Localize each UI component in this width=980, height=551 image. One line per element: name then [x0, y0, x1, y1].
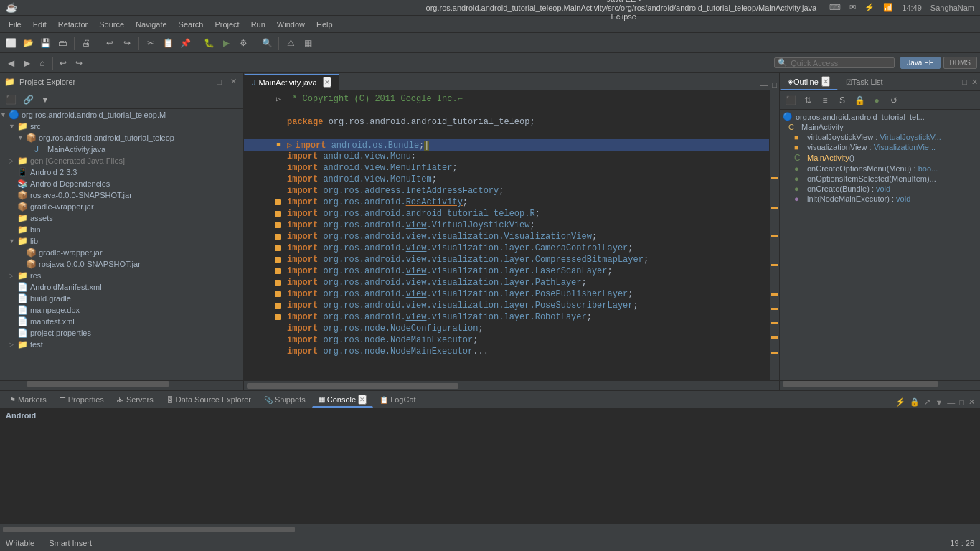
menu-help[interactable]: Help: [311, 16, 339, 32]
console-clear-btn[interactable]: ⚡: [893, 397, 908, 408]
editor-tab-close[interactable]: ✕: [323, 77, 331, 88]
left-hscroll-thumb[interactable]: [27, 381, 169, 387]
code-area[interactable]: ▷ * Copyright (C) 2011 Google Inc.⌐ pack…: [244, 90, 769, 380]
outline-sync-btn[interactable]: ↺: [886, 93, 902, 108]
tree-item-build-gradle[interactable]: 📄 build.gradle: [0, 293, 243, 304]
editor-hscroll[interactable]: [244, 380, 779, 390]
ext-run-btn[interactable]: ⚙: [235, 35, 251, 51]
tree-item-src[interactable]: ▼ 📁 src: [0, 121, 243, 132]
outline-item-init[interactable]: ● init(NodeMainExecutor) : void: [780, 194, 980, 204]
outline-item-class[interactable]: C MainActivity: [780, 122, 980, 132]
tree-arrow-res[interactable]: ▷: [9, 272, 17, 279]
outline-hide-fields-btn[interactable]: ≡: [817, 93, 833, 108]
menu-run[interactable]: Run: [245, 16, 271, 32]
outline-maximize[interactable]: □: [960, 73, 969, 90]
debug-btn[interactable]: 🐛: [201, 35, 217, 51]
console-menu-btn[interactable]: ▼: [933, 397, 945, 408]
outline-tab-close[interactable]: ✕: [821, 76, 830, 87]
tree-arrow-project[interactable]: ▼: [0, 111, 9, 118]
outline-minimize[interactable]: —: [948, 73, 960, 90]
tree-item-bin[interactable]: 📁 bin: [0, 224, 243, 235]
tree-item-lib-gradle[interactable]: 📦 gradle-wrapper.jar: [0, 247, 243, 258]
menu-project[interactable]: Project: [209, 16, 245, 32]
tab-datasource[interactable]: 🗄 Data Source Explorer: [160, 392, 258, 408]
outline-close[interactable]: ✕: [969, 73, 980, 90]
outline-item-onoptionsitem[interactable]: ● onOptionsItemSelected(MenuItem)...: [780, 174, 980, 184]
editor-hscroll-track[interactable]: [247, 383, 776, 389]
code-vscroll[interactable]: [769, 90, 779, 380]
save-all-btn[interactable]: 🗃: [55, 35, 70, 51]
fold-marker-1[interactable]: ▷: [273, 95, 284, 103]
undo-btn[interactable]: ↩: [102, 35, 118, 51]
outline-green-dot-btn[interactable]: ●: [869, 93, 885, 108]
tree-item-android233[interactable]: 📱 Android 2.3.3: [0, 166, 243, 178]
menu-refactor[interactable]: Refactor: [52, 16, 94, 32]
menu-file[interactable]: File: [3, 16, 27, 32]
tree-item-project-props[interactable]: 📄 project.properties: [0, 327, 243, 339]
forward-btn[interactable]: ▶: [19, 55, 34, 71]
console-export-btn[interactable]: ↗: [922, 397, 933, 408]
tree-arrow-package[interactable]: ▼: [17, 134, 26, 141]
outline-hide-static-btn[interactable]: S: [834, 93, 850, 108]
tree-item-lib[interactable]: ▼ 📁 lib: [0, 235, 243, 247]
bottom-hscroll-track[interactable]: [3, 527, 977, 532]
tab-console[interactable]: ▦ Console ✕: [312, 392, 373, 408]
tab-properties[interactable]: ☰ Properties: [53, 392, 110, 408]
menu-source[interactable]: Source: [93, 16, 130, 32]
tree-item-android-deps[interactable]: 📚 Android Dependencies: [0, 178, 243, 189]
outline-hscroll-thumb[interactable]: [783, 381, 938, 387]
editor-hscroll-thumb[interactable]: [247, 383, 458, 389]
tab-task-list[interactable]: ☑ Task List: [838, 73, 891, 90]
tree-item-gradle-jar[interactable]: 📦 gradle-wrapper.jar: [0, 201, 243, 212]
redo-btn[interactable]: ↪: [119, 35, 135, 51]
tab-servers[interactable]: 🖧 Servers: [110, 392, 160, 408]
outline-hscroll[interactable]: [780, 380, 980, 390]
save-btn[interactable]: 💾: [37, 35, 53, 51]
outline-item-oncreatemenu[interactable]: ● onCreateOptionsMenu(Menu) : boo...: [780, 164, 980, 174]
tree-item-rosjava-jar[interactable]: 📦 rosjava-0.0.0-SNAPSHOT.jar: [0, 189, 243, 201]
outline-item-constructor[interactable]: C MainActivity(): [780, 152, 980, 164]
console-btn[interactable]: ▦: [300, 35, 316, 51]
outline-hide-nonpub-btn[interactable]: 🔒: [852, 93, 867, 108]
perspective-ddms[interactable]: DDMS: [943, 57, 977, 69]
project-explorer-minimize[interactable]: —: [198, 77, 210, 87]
tree-arrow-gen[interactable]: ▷: [9, 157, 17, 164]
cut-btn[interactable]: ✂: [143, 35, 159, 51]
left-hscroll[interactable]: [0, 380, 243, 390]
tree-item-res[interactable]: ▷ 📁 res: [0, 270, 243, 281]
new-btn[interactable]: ⬜: [3, 35, 19, 51]
open-btn[interactable]: 📂: [20, 35, 36, 51]
outline-sort-btn[interactable]: ⇅: [800, 93, 816, 108]
tab-markers[interactable]: ⚑ Markers: [3, 392, 53, 408]
tree-item-package[interactable]: ▼ 📦 org.ros.android.android_tutorial_tel…: [0, 132, 243, 143]
markers-btn[interactable]: ⚠: [283, 35, 298, 51]
menu-window[interactable]: Window: [271, 16, 311, 32]
menu-edit[interactable]: Edit: [27, 16, 52, 32]
tree-item-gen[interactable]: ▷ 📁 gen [Generated Java Files]: [0, 155, 243, 166]
collapse-all-btn[interactable]: ⬛: [3, 92, 19, 108]
console-tab-close[interactable]: ✕: [358, 395, 367, 405]
console-maximize-btn[interactable]: □: [957, 397, 966, 408]
run-btn[interactable]: ▶: [218, 35, 234, 51]
tree-item-manifest-xml[interactable]: 📄 manifest.xml: [0, 316, 243, 327]
outline-hscroll-track[interactable]: [783, 381, 977, 387]
console-scroll-lock-btn[interactable]: 🔒: [908, 397, 922, 408]
project-explorer-maximize[interactable]: □: [215, 77, 224, 87]
console-minimize-btn[interactable]: —: [945, 397, 957, 408]
tab-outline[interactable]: ◈ Outline ✕: [780, 73, 838, 90]
menu-search[interactable]: Search: [173, 16, 209, 32]
outline-item-oncreate[interactable]: ● onCreate(Bundle) : void: [780, 184, 980, 194]
copy-btn[interactable]: 📋: [160, 35, 176, 51]
tab-snippets[interactable]: 📎 Snippets: [258, 392, 312, 408]
back-btn[interactable]: ◀: [3, 55, 19, 71]
bottom-hscroll[interactable]: [0, 524, 980, 534]
console-close-btn[interactable]: ✕: [966, 397, 977, 408]
menu-navigate[interactable]: Navigate: [130, 16, 172, 32]
outline-collapse-btn[interactable]: ⬛: [783, 93, 798, 108]
project-explorer-close[interactable]: ✕: [228, 76, 239, 87]
tree-item-lib-rosjava[interactable]: 📦 rosjava-0.0.0-SNAPSHOT.jar: [0, 258, 243, 270]
outline-item-vjv[interactable]: ■ virtualJoystickView : VirtualJoystickV…: [780, 132, 980, 142]
editor-tab-mainactivity[interactable]: J MainActivity.java ✕: [244, 74, 339, 90]
print-btn[interactable]: 🖨: [78, 35, 94, 51]
tree-arrow-test[interactable]: ▷: [9, 341, 17, 348]
